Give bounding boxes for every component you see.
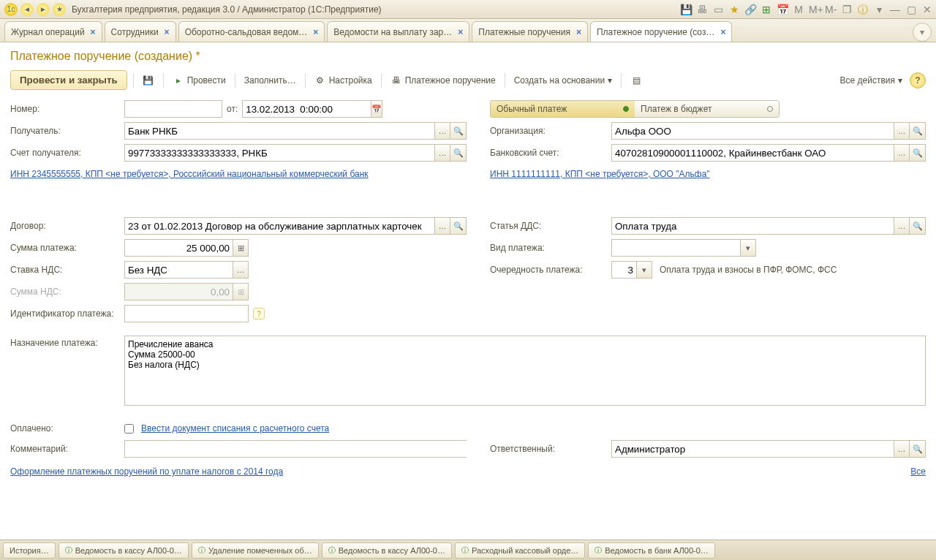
- tab-journal[interactable]: Журнал операций×: [4, 21, 102, 42]
- search-icon[interactable]: 🔍: [910, 440, 926, 458]
- fill-button[interactable]: Заполнить…: [241, 73, 299, 88]
- vat-rate-input[interactable]: [124, 261, 233, 279]
- nav-fwd-icon[interactable]: ►: [37, 3, 50, 16]
- close-icon[interactable]: ×: [313, 27, 318, 37]
- post-button[interactable]: ▸Провести: [170, 72, 229, 88]
- tab-vedomosti[interactable]: Ведомости на выплату зар…×: [327, 21, 469, 42]
- close-icon[interactable]: ×: [458, 27, 463, 37]
- create-writeoff-link[interactable]: Ввести документ списания с расчетного сч…: [141, 423, 329, 434]
- tab-osv[interactable]: Оборотно-сальдовая ведом…×: [178, 21, 325, 42]
- star-icon[interactable]: ★: [53, 3, 66, 16]
- info-icon[interactable]: ⓘ: [857, 4, 869, 15]
- memory-mminus-icon[interactable]: M-: [825, 4, 837, 15]
- calc-icon[interactable]: ⊞: [233, 239, 249, 257]
- report-button[interactable]: ▤: [627, 72, 645, 88]
- doc-icon[interactable]: ▭: [712, 4, 724, 15]
- close-icon[interactable]: ×: [720, 27, 725, 37]
- payment-id-input[interactable]: [124, 305, 249, 322]
- all-actions-button[interactable]: Все действия ▾: [837, 73, 905, 88]
- recipient-input[interactable]: [124, 122, 434, 140]
- all-link[interactable]: Все: [910, 466, 926, 477]
- calendar-icon[interactable]: 📅: [777, 4, 788, 15]
- post-and-close-button[interactable]: Провести и закрыть: [10, 70, 127, 90]
- close-icon[interactable]: ×: [165, 27, 170, 37]
- close-icon[interactable]: ✕: [921, 4, 933, 15]
- taskbar-item[interactable]: ⓘВедомость в банк АЛ00-0…: [588, 542, 715, 559]
- dropdown-icon[interactable]: ▾: [636, 261, 652, 279]
- select-icon[interactable]: …: [894, 440, 910, 458]
- settings-button[interactable]: ⚙Настройка: [312, 72, 375, 88]
- toggle-regular[interactable]: Обычный платеж: [491, 101, 635, 117]
- tax-info-link[interactable]: Оформление платежных поручений по уплате…: [10, 466, 283, 477]
- history-button[interactable]: История…: [3, 542, 56, 559]
- search-icon[interactable]: 🔍: [450, 217, 467, 235]
- fav-icon[interactable]: ★: [728, 4, 740, 15]
- tab-employees[interactable]: Сотрудники×: [105, 21, 176, 42]
- taskbar-item[interactable]: ⓘВедомость в кассу АЛ00-0…: [322, 542, 452, 559]
- toolbar: Провести и закрыть 💾 ▸Провести Заполнить…: [10, 70, 926, 90]
- search-icon[interactable]: 🔍: [450, 144, 467, 162]
- taskbar-item[interactable]: ⓘРасходный кассовый орде…: [455, 542, 585, 559]
- priority-input[interactable]: [611, 261, 636, 279]
- bank-account-input[interactable]: [611, 144, 894, 162]
- calendar-icon[interactable]: 📅: [371, 100, 382, 118]
- number-input[interactable]: [124, 100, 222, 118]
- info-icon: ⓘ: [461, 545, 469, 556]
- label-recipient-account: Счет получателя:: [10, 145, 124, 160]
- tab-payments[interactable]: Платежные поручения×: [472, 21, 588, 42]
- select-icon[interactable]: …: [894, 217, 910, 235]
- select-icon[interactable]: …: [894, 122, 910, 140]
- label-contract: Договор:: [10, 219, 124, 233]
- select-icon[interactable]: …: [894, 144, 910, 162]
- purpose-textarea[interactable]: [124, 336, 926, 406]
- tab-payment-create[interactable]: Платежное поручение (соз…×: [590, 21, 732, 42]
- search-icon[interactable]: 🔍: [910, 217, 926, 235]
- search-icon[interactable]: 🔍: [910, 122, 926, 140]
- recipient-details-link[interactable]: ИНН 2345555555, КПП <не требуется>, Росс…: [10, 169, 369, 179]
- memory-m-icon[interactable]: M: [793, 4, 804, 15]
- page-title: Платежное поручение (создание) *: [10, 50, 926, 63]
- recipient-account-input[interactable]: [124, 144, 434, 162]
- calc-icon[interactable]: ⊞: [760, 4, 772, 15]
- contract-input[interactable]: [124, 217, 434, 235]
- taskbar-item[interactable]: ⓘУдаление помеченных об…: [192, 542, 319, 559]
- dropdown-icon[interactable]: ▾: [873, 4, 885, 15]
- minimize-icon[interactable]: —: [889, 4, 901, 15]
- nav-back-icon[interactable]: ◄: [20, 3, 34, 16]
- link-icon[interactable]: 🔗: [744, 4, 756, 15]
- select-icon[interactable]: …: [233, 261, 249, 279]
- amount-input[interactable]: [124, 239, 233, 257]
- label-vat-amount: Сумма НДС:: [10, 284, 124, 299]
- save-icon[interactable]: 💾: [680, 4, 692, 15]
- toggle-budget[interactable]: Платеж в бюджет: [635, 101, 779, 117]
- help-small-icon[interactable]: ?: [253, 308, 265, 319]
- search-icon[interactable]: 🔍: [910, 144, 926, 162]
- create-based-button[interactable]: Создать на основании ▾: [511, 73, 616, 88]
- payment-type-input[interactable]: [611, 239, 740, 257]
- label-purpose: Назначение платежа:: [10, 336, 124, 350]
- print-button[interactable]: 🖶Платежное поручение: [388, 72, 499, 88]
- taskbar-item[interactable]: ⓘВедомость в кассу АЛ00-0…: [58, 542, 189, 559]
- tabs-more-button[interactable]: ▾: [913, 23, 932, 42]
- help-icon[interactable]: ?: [910, 72, 926, 88]
- info-icon: ⓘ: [198, 545, 205, 556]
- maximize-icon[interactable]: ▢: [905, 4, 917, 15]
- print-icon[interactable]: 🖶: [696, 4, 708, 15]
- paid-checkbox[interactable]: [124, 424, 134, 434]
- close-icon[interactable]: ×: [576, 27, 581, 37]
- date-input[interactable]: [242, 100, 371, 118]
- dropdown-icon[interactable]: ▾: [740, 239, 756, 257]
- organization-details-link[interactable]: ИНН 1111111111, КПП <не требуется>, ООО …: [490, 169, 710, 179]
- organization-input[interactable]: [611, 122, 894, 140]
- memory-mplus-icon[interactable]: M+: [809, 4, 820, 15]
- dds-input[interactable]: [611, 217, 894, 235]
- select-icon[interactable]: …: [434, 122, 450, 140]
- comment-input[interactable]: [124, 440, 467, 458]
- search-icon[interactable]: 🔍: [450, 122, 467, 140]
- select-icon[interactable]: …: [434, 217, 450, 235]
- responsible-input[interactable]: [611, 440, 894, 458]
- close-icon[interactable]: ×: [91, 27, 96, 37]
- save-button[interactable]: 💾: [140, 72, 157, 88]
- select-icon[interactable]: …: [434, 144, 450, 162]
- windows-icon[interactable]: ❐: [841, 4, 853, 15]
